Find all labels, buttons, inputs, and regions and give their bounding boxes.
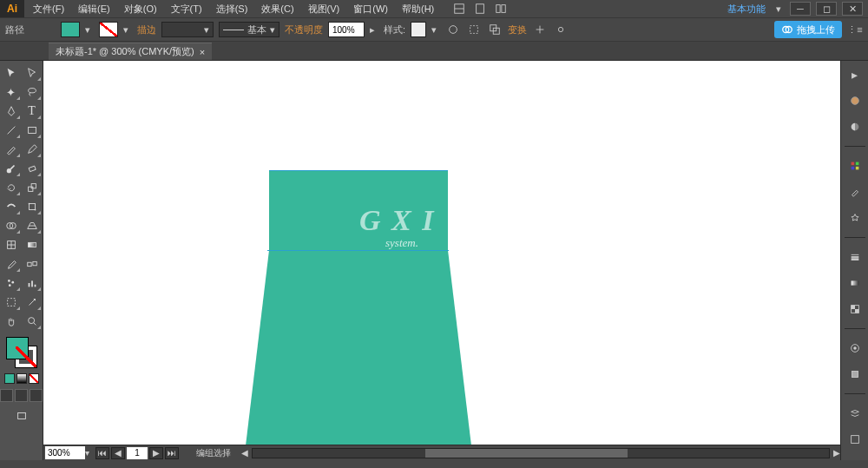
next-artboard-button[interactable]: ▶: [149, 447, 163, 459]
screen-mode-button[interactable]: [12, 407, 31, 425]
pencil-tool[interactable]: [23, 141, 42, 158]
layers-panel-icon[interactable]: [845, 403, 865, 424]
brushes-panel-icon[interactable]: [845, 181, 865, 202]
shape-mode-icon[interactable]: [487, 22, 503, 37]
line-tool[interactable]: [2, 122, 21, 139]
prev-artboard-button[interactable]: ◀: [111, 447, 125, 459]
panel-menu-icon[interactable]: ⋮≡: [847, 22, 863, 37]
free-transform-tool[interactable]: [23, 198, 42, 215]
style-dropdown-icon[interactable]: ▾: [431, 24, 440, 36]
collapse-dock-icon[interactable]: ▸: [845, 64, 865, 85]
eraser-tool[interactable]: [23, 160, 42, 177]
rotate-tool[interactable]: [2, 179, 21, 196]
canvas[interactable]: G X I system.: [43, 61, 840, 460]
color-mode-solid[interactable]: [4, 373, 15, 384]
transform-link-label[interactable]: 变换: [508, 23, 527, 36]
column-graph-tool[interactable]: [23, 274, 42, 292]
eyedropper-tool[interactable]: [2, 255, 21, 273]
zoom-tool[interactable]: [23, 313, 42, 330]
artboard-tool[interactable]: [2, 293, 21, 311]
isolate-icon[interactable]: [532, 22, 548, 37]
pen-tool[interactable]: [2, 102, 21, 120]
shape-builder-tool[interactable]: [2, 217, 21, 234]
workspace-switcher[interactable]: 基本功能: [722, 3, 771, 16]
color-mode-none[interactable]: [29, 373, 39, 384]
opacity-link-label[interactable]: 不透明度: [285, 23, 323, 36]
layout-icon[interactable]: [451, 2, 467, 16]
slice-tool[interactable]: [23, 293, 42, 311]
paintbrush-tool[interactable]: [2, 141, 21, 158]
lasso-tool[interactable]: [23, 83, 42, 101]
stroke-weight-input[interactable]: ▾: [161, 22, 214, 37]
rectangle-tool[interactable]: [23, 122, 42, 139]
opacity-input[interactable]: 100%: [328, 22, 365, 37]
selection-tool[interactable]: [2, 64, 21, 82]
scale-tool[interactable]: [23, 179, 42, 196]
workspace-dropdown-icon[interactable]: ▾: [776, 3, 785, 15]
gradient-tool[interactable]: [23, 236, 42, 254]
menu-object[interactable]: 对象(O): [119, 1, 162, 17]
menu-edit[interactable]: 编辑(E): [73, 1, 115, 17]
width-tool[interactable]: [2, 198, 21, 215]
color-mode-gradient[interactable]: [16, 373, 27, 384]
arrange-icon[interactable]: [493, 2, 509, 16]
menu-view[interactable]: 视图(V): [303, 1, 345, 17]
hscroll-right-icon[interactable]: ▶: [833, 448, 840, 458]
stroke-dropdown-icon[interactable]: ▾: [123, 24, 132, 36]
hscroll-left-icon[interactable]: ◀: [241, 448, 248, 458]
fill-stroke-indicator[interactable]: [4, 335, 39, 370]
mesh-tool[interactable]: [2, 236, 21, 254]
draw-behind[interactable]: [15, 389, 28, 402]
minimize-button[interactable]: ─: [790, 2, 811, 16]
menu-effect[interactable]: 效果(C): [256, 1, 299, 17]
stroke-link-label[interactable]: 描边: [137, 23, 156, 36]
fill-swatch[interactable]: [61, 22, 80, 37]
color-panel-icon[interactable]: [845, 90, 865, 111]
artboards-panel-icon[interactable]: [845, 429, 865, 450]
menu-file[interactable]: 文件(F): [28, 1, 69, 17]
align-icon[interactable]: [466, 22, 482, 37]
draw-inside[interactable]: [30, 389, 43, 402]
artwork-trapezoid[interactable]: [244, 250, 473, 460]
color-guide-panel-icon[interactable]: [845, 116, 865, 137]
brush-definition[interactable]: 基本▾: [219, 22, 279, 37]
maximize-button[interactable]: ◻: [816, 2, 837, 16]
edit-pattern-icon[interactable]: [553, 22, 569, 37]
stroke-swatch[interactable]: [99, 22, 118, 37]
menu-help[interactable]: 帮助(H): [397, 1, 439, 17]
graphic-style-swatch[interactable]: [411, 22, 426, 37]
close-button[interactable]: ✕: [842, 2, 863, 16]
symbol-sprayer-tool[interactable]: [2, 274, 21, 292]
opacity-dropdown-icon[interactable]: ▸: [370, 24, 378, 36]
symbols-panel-icon[interactable]: [845, 208, 865, 228]
last-artboard-button[interactable]: ⏭: [165, 447, 179, 459]
stroke-panel-icon[interactable]: [845, 247, 865, 267]
recolor-icon[interactable]: [445, 22, 461, 37]
type-tool[interactable]: T: [23, 102, 42, 120]
draw-normal[interactable]: [0, 389, 13, 402]
menu-window[interactable]: 窗口(W): [348, 1, 393, 17]
document-tab[interactable]: 未标题-1* @ 300% (CMYK/预览) ×: [49, 43, 212, 60]
appearance-panel-icon[interactable]: [845, 338, 865, 359]
swatches-panel-icon[interactable]: [845, 155, 865, 176]
tab-close-icon[interactable]: ×: [200, 47, 205, 57]
transparency-panel-icon[interactable]: [845, 299, 865, 320]
first-artboard-button[interactable]: ⏮: [95, 447, 109, 459]
blend-tool[interactable]: [23, 255, 42, 273]
artboard-number-input[interactable]: 1: [127, 447, 148, 459]
menu-type[interactable]: 文字(T): [166, 1, 207, 17]
graphic-styles-panel-icon[interactable]: [845, 364, 865, 385]
hscroll-thumb[interactable]: [425, 449, 627, 458]
doc-icon[interactable]: [472, 2, 488, 16]
hand-tool[interactable]: [2, 313, 21, 330]
gradient-panel-icon[interactable]: [845, 273, 865, 293]
direct-selection-tool[interactable]: [23, 64, 42, 82]
menu-select[interactable]: 选择(S): [211, 1, 253, 17]
magic-wand-tool[interactable]: ✦: [2, 83, 21, 101]
fill-dropdown-icon[interactable]: ▾: [85, 24, 94, 36]
stroke-indicator[interactable]: [15, 346, 37, 368]
perspective-grid-tool[interactable]: [23, 217, 42, 234]
horizontal-scrollbar[interactable]: [252, 448, 830, 458]
upload-button[interactable]: 拖拽上传: [774, 21, 842, 38]
blob-brush-tool[interactable]: [2, 160, 21, 177]
